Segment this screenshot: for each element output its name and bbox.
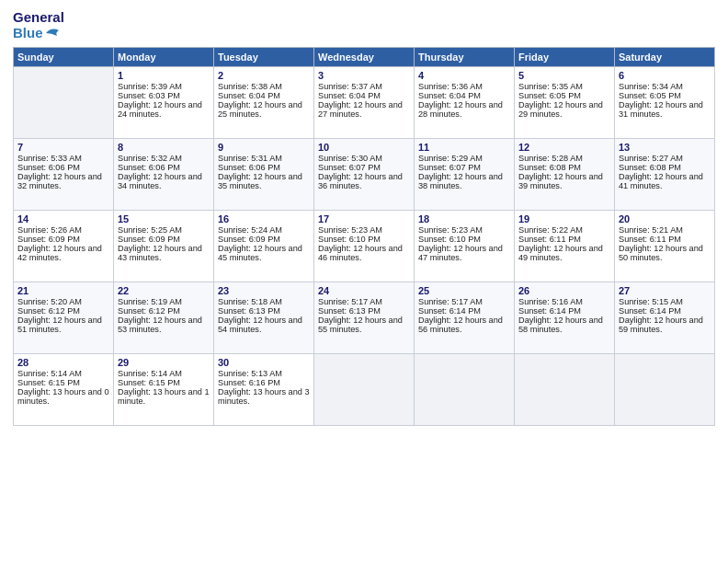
main-container: General Blue SundayMondayTuesdayWednesda… xyxy=(0,0,728,435)
day-number: 18 xyxy=(418,213,510,224)
day-number: 2 xyxy=(218,70,310,81)
day-cell: 28 Sunrise: 5:14 AM Sunset: 6:15 PM Dayl… xyxy=(14,353,114,425)
daylight-text: Daylight: 12 hours and 58 minutes. xyxy=(518,316,603,334)
daylight-text: Daylight: 12 hours and 42 minutes. xyxy=(17,244,102,262)
sunset-text: Sunset: 6:11 PM xyxy=(518,235,581,244)
day-cell: 14 Sunrise: 5:26 AM Sunset: 6:09 PM Dayl… xyxy=(14,210,114,282)
daylight-text: Daylight: 12 hours and 36 minutes. xyxy=(318,172,403,190)
sunrise-text: Sunrise: 5:31 AM xyxy=(218,154,282,163)
sunrise-text: Sunrise: 5:13 AM xyxy=(218,369,282,378)
sunrise-text: Sunrise: 5:36 AM xyxy=(418,82,483,91)
sunrise-text: Sunrise: 5:18 AM xyxy=(218,297,282,306)
logo-general: General xyxy=(13,9,64,25)
sunrise-text: Sunrise: 5:34 AM xyxy=(619,82,683,91)
col-header-thursday: Thursday xyxy=(415,47,515,66)
day-number: 21 xyxy=(17,285,109,296)
sunrise-text: Sunrise: 5:25 AM xyxy=(118,225,182,235)
sunset-text: Sunset: 6:14 PM xyxy=(518,306,581,316)
daylight-text: Daylight: 12 hours and 28 minutes. xyxy=(418,100,503,119)
day-cell: 4 Sunrise: 5:36 AM Sunset: 6:04 PM Dayli… xyxy=(415,66,515,138)
day-cell xyxy=(515,353,615,425)
sunset-text: Sunset: 6:12 PM xyxy=(118,306,180,316)
sunrise-text: Sunrise: 5:39 AM xyxy=(118,82,182,91)
sunrise-text: Sunrise: 5:23 AM xyxy=(318,225,382,235)
daylight-text: Daylight: 12 hours and 31 minutes. xyxy=(619,100,703,119)
sunset-text: Sunset: 6:03 PM xyxy=(118,91,180,100)
col-header-sunday: Sunday xyxy=(14,47,114,66)
day-cell: 17 Sunrise: 5:23 AM Sunset: 6:10 PM Dayl… xyxy=(314,210,415,282)
day-cell: 23 Sunrise: 5:18 AM Sunset: 6:13 PM Dayl… xyxy=(214,282,314,353)
sunrise-text: Sunrise: 5:33 AM xyxy=(17,154,82,163)
sunrise-text: Sunrise: 5:38 AM xyxy=(218,82,282,91)
daylight-text: Daylight: 12 hours and 29 minutes. xyxy=(518,100,603,119)
sunrise-text: Sunrise: 5:30 AM xyxy=(318,154,382,163)
sunrise-text: Sunrise: 5:19 AM xyxy=(118,297,182,306)
day-cell: 8 Sunrise: 5:32 AM Sunset: 6:06 PM Dayli… xyxy=(114,138,214,210)
sunset-text: Sunset: 6:06 PM xyxy=(118,163,180,172)
sunset-text: Sunset: 6:08 PM xyxy=(619,163,681,172)
sunset-text: Sunset: 6:11 PM xyxy=(619,235,681,244)
sunset-text: Sunset: 6:07 PM xyxy=(418,163,481,172)
day-cell: 25 Sunrise: 5:17 AM Sunset: 6:14 PM Dayl… xyxy=(415,282,515,353)
day-cell: 21 Sunrise: 5:20 AM Sunset: 6:12 PM Dayl… xyxy=(14,282,114,353)
day-number: 13 xyxy=(619,142,711,153)
daylight-text: Daylight: 12 hours and 39 minutes. xyxy=(518,172,603,190)
day-number: 8 xyxy=(118,142,210,153)
sunset-text: Sunset: 6:16 PM xyxy=(218,378,280,387)
day-cell: 30 Sunrise: 5:13 AM Sunset: 6:16 PM Dayl… xyxy=(214,353,314,425)
day-cell: 18 Sunrise: 5:23 AM Sunset: 6:10 PM Dayl… xyxy=(415,210,515,282)
daylight-text: Daylight: 12 hours and 43 minutes. xyxy=(118,244,202,262)
daylight-text: Daylight: 12 hours and 38 minutes. xyxy=(418,172,503,190)
day-cell: 11 Sunrise: 5:29 AM Sunset: 6:07 PM Dayl… xyxy=(415,138,515,210)
logo-bird-icon xyxy=(44,27,61,40)
day-number: 17 xyxy=(318,213,410,224)
daylight-text: Daylight: 12 hours and 54 minutes. xyxy=(218,316,302,334)
day-cell: 6 Sunrise: 5:34 AM Sunset: 6:05 PM Dayli… xyxy=(615,66,715,138)
col-header-monday: Monday xyxy=(114,47,214,66)
day-cell: 9 Sunrise: 5:31 AM Sunset: 6:06 PM Dayli… xyxy=(214,138,314,210)
daylight-text: Daylight: 13 hours and 3 minutes. xyxy=(218,387,310,406)
daylight-text: Daylight: 12 hours and 34 minutes. xyxy=(118,172,202,190)
logo-blue: Blue xyxy=(13,25,61,40)
daylight-text: Daylight: 13 hours and 0 minutes. xyxy=(17,387,109,406)
week-row-5: 28 Sunrise: 5:14 AM Sunset: 6:15 PM Dayl… xyxy=(14,353,715,425)
day-number: 1 xyxy=(118,70,210,81)
day-cell xyxy=(615,353,715,425)
day-number: 27 xyxy=(619,285,711,296)
sunrise-text: Sunrise: 5:16 AM xyxy=(518,297,583,306)
daylight-text: Daylight: 12 hours and 59 minutes. xyxy=(619,316,703,334)
sunset-text: Sunset: 6:12 PM xyxy=(17,306,80,316)
sunrise-text: Sunrise: 5:28 AM xyxy=(518,154,583,163)
logo: General Blue xyxy=(13,9,64,41)
sunset-text: Sunset: 6:04 PM xyxy=(418,91,481,100)
day-number: 5 xyxy=(518,70,610,81)
day-number: 16 xyxy=(218,213,310,224)
daylight-text: Daylight: 13 hours and 1 minute. xyxy=(118,387,210,406)
sunset-text: Sunset: 6:10 PM xyxy=(318,235,381,244)
sunrise-text: Sunrise: 5:24 AM xyxy=(218,225,282,235)
day-cell: 2 Sunrise: 5:38 AM Sunset: 6:04 PM Dayli… xyxy=(214,66,314,138)
week-row-4: 21 Sunrise: 5:20 AM Sunset: 6:12 PM Dayl… xyxy=(14,282,715,353)
sunrise-text: Sunrise: 5:15 AM xyxy=(619,297,683,306)
daylight-text: Daylight: 12 hours and 25 minutes. xyxy=(218,100,302,119)
day-number: 23 xyxy=(218,285,310,296)
day-cell: 7 Sunrise: 5:33 AM Sunset: 6:06 PM Dayli… xyxy=(14,138,114,210)
daylight-text: Daylight: 12 hours and 55 minutes. xyxy=(318,316,403,334)
day-cell: 19 Sunrise: 5:22 AM Sunset: 6:11 PM Dayl… xyxy=(515,210,615,282)
day-cell: 3 Sunrise: 5:37 AM Sunset: 6:04 PM Dayli… xyxy=(314,66,415,138)
sunset-text: Sunset: 6:04 PM xyxy=(218,91,280,100)
week-row-2: 7 Sunrise: 5:33 AM Sunset: 6:06 PM Dayli… xyxy=(14,138,715,210)
sunrise-text: Sunrise: 5:26 AM xyxy=(17,225,82,235)
sunrise-text: Sunrise: 5:14 AM xyxy=(17,369,82,378)
sunset-text: Sunset: 6:05 PM xyxy=(619,91,681,100)
sunrise-text: Sunrise: 5:14 AM xyxy=(118,369,182,378)
sunrise-text: Sunrise: 5:22 AM xyxy=(518,225,583,235)
day-number: 12 xyxy=(518,142,610,153)
sunset-text: Sunset: 6:05 PM xyxy=(518,91,581,100)
day-cell: 5 Sunrise: 5:35 AM Sunset: 6:05 PM Dayli… xyxy=(515,66,615,138)
sunset-text: Sunset: 6:09 PM xyxy=(118,235,180,244)
sunset-text: Sunset: 6:15 PM xyxy=(17,378,80,387)
day-number: 19 xyxy=(518,213,610,224)
sunrise-text: Sunrise: 5:37 AM xyxy=(318,82,382,91)
day-cell: 26 Sunrise: 5:16 AM Sunset: 6:14 PM Dayl… xyxy=(515,282,615,353)
